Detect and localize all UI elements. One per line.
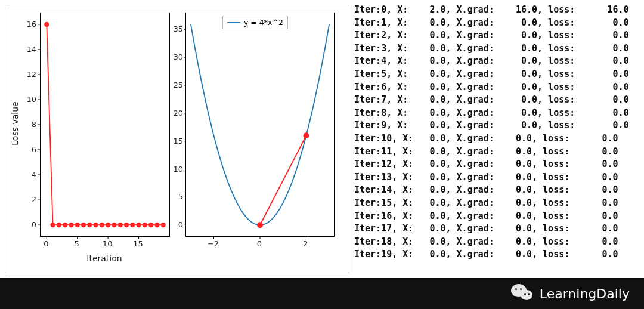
log-line: Iter:15, X: 0.0, X.grad: 0.0, loss: 0.0 [354, 197, 640, 210]
footer-bar: LearningDaily [0, 278, 644, 309]
log-line: Iter:0, X: 2.0, X.grad: 16.0, loss: 16.0 [354, 4, 640, 17]
log-line: Iter:2, X: 0.0, X.grad: 0.0, loss: 0.0 [354, 29, 640, 42]
parabola-curve [191, 24, 330, 225]
log-line: Iter:1, X: 0.0, X.grad: 0.0, loss: 0.0 [354, 17, 640, 30]
footer-brand: LearningDaily [540, 286, 630, 301]
ytick: 15 [170, 136, 183, 145]
loss-point [75, 223, 80, 227]
loss-point [63, 223, 67, 227]
loss-point [161, 223, 166, 227]
log-line: Iter:10, X: 0.0, X.grad: 0.0, loss: 0.0 [354, 132, 640, 146]
log-line: Iter:7, X: 0.0, X.grad: 0.0, loss: 0.0 [354, 94, 640, 107]
loss-point [136, 223, 141, 227]
ytick: 14 [23, 44, 36, 53]
ytick: 4 [23, 170, 36, 179]
path-point [257, 222, 263, 228]
loss-point [143, 223, 147, 227]
log-line: Iter:9, X: 0.0, X.grad: 0.0, loss: 0.0 [354, 119, 640, 132]
loss-point [69, 223, 73, 227]
log-output: Iter:0, X: 2.0, X.grad: 16.0, loss: 16.0… [354, 4, 640, 271]
loss-point [93, 223, 98, 227]
loss-point [87, 223, 92, 227]
loss-point [44, 22, 49, 27]
ytick: 25 [170, 80, 183, 89]
loss-point [57, 223, 61, 227]
loss-point [118, 223, 123, 227]
log-line: Iter:4, X: 0.0, X.grad: 0.0, loss: 0.0 [354, 55, 640, 68]
ytick: 12 [23, 69, 36, 78]
loss-plot [40, 13, 170, 237]
log-line: Iter:6, X: 0.0, X.grad: 0.0, loss: 0.0 [354, 81, 640, 94]
plots-panel: Loss value Iteration 0510150246810121416… [5, 5, 349, 273]
log-line: Iter:5, X: 0.0, X.grad: 0.0, loss: 0.0 [354, 68, 640, 81]
ytick: 0 [23, 220, 36, 229]
log-line: Iter:13, X: 0.0, X.grad: 0.0, loss: 0.0 [354, 171, 640, 184]
ytick: 30 [170, 52, 183, 61]
ytick: 5 [170, 192, 183, 201]
xtick: 10 [103, 239, 113, 248]
loss-line [47, 24, 163, 225]
loss-point [130, 223, 135, 227]
loss-point [106, 223, 110, 227]
log-line: Iter:19, X: 0.0, X.grad: 0.0, loss: 0.0 [354, 248, 640, 261]
loss-point [100, 223, 104, 227]
ytick: 0 [170, 220, 183, 229]
xtick: 0 [257, 239, 262, 248]
loss-plot-svg [41, 13, 169, 236]
path-point [304, 132, 309, 138]
legend-line-icon [227, 22, 240, 23]
legend-parabola: y = 4*x^2 [222, 16, 288, 29]
loss-point [50, 223, 55, 227]
xtick: 15 [133, 239, 143, 248]
xtick: 2 [303, 239, 308, 248]
loss-point [124, 223, 129, 227]
loss-point [148, 223, 153, 227]
log-line: Iter:18, X: 0.0, X.grad: 0.0, loss: 0.0 [354, 236, 640, 249]
log-line: Iter:12, X: 0.0, X.grad: 0.0, loss: 0.0 [354, 158, 640, 171]
loss-point [154, 223, 159, 227]
log-line: Iter:16, X: 0.0, X.grad: 0.0, loss: 0.0 [354, 210, 640, 223]
ytick: 20 [170, 108, 183, 117]
log-line: Iter:3, X: 0.0, X.grad: 0.0, loss: 0.0 [354, 42, 640, 55]
descent-path [260, 135, 306, 225]
ylabel-loss: Loss value [10, 101, 20, 145]
log-line: Iter:14, X: 0.0, X.grad: 0.0, loss: 0.0 [354, 184, 640, 197]
legend-label: y = 4*x^2 [244, 18, 283, 27]
loss-point [112, 223, 116, 227]
ytick: 10 [170, 164, 183, 173]
log-line: Iter:8, X: 0.0, X.grad: 0.0, loss: 0.0 [354, 107, 640, 120]
xtick: 5 [75, 239, 79, 248]
ytick: 2 [23, 195, 36, 204]
parabola-plot-svg [186, 13, 334, 236]
ytick: 8 [23, 120, 36, 129]
loss-point [81, 223, 86, 227]
ytick: 10 [23, 94, 36, 103]
xlabel-iteration: Iteration [86, 254, 122, 263]
xtick: 0 [44, 239, 48, 248]
page-root: Loss value Iteration 0510150246810121416… [0, 0, 644, 309]
wechat-icon [510, 283, 535, 304]
ytick: 35 [170, 24, 183, 33]
log-line: Iter:17, X: 0.0, X.grad: 0.0, loss: 0.0 [354, 223, 640, 236]
parabola-plot [185, 13, 335, 237]
log-line: Iter:11, X: 0.0, X.grad: 0.0, loss: 0.0 [354, 146, 640, 159]
xtick: −2 [208, 239, 219, 248]
ytick: 16 [23, 19, 36, 28]
ytick: 6 [23, 145, 36, 154]
